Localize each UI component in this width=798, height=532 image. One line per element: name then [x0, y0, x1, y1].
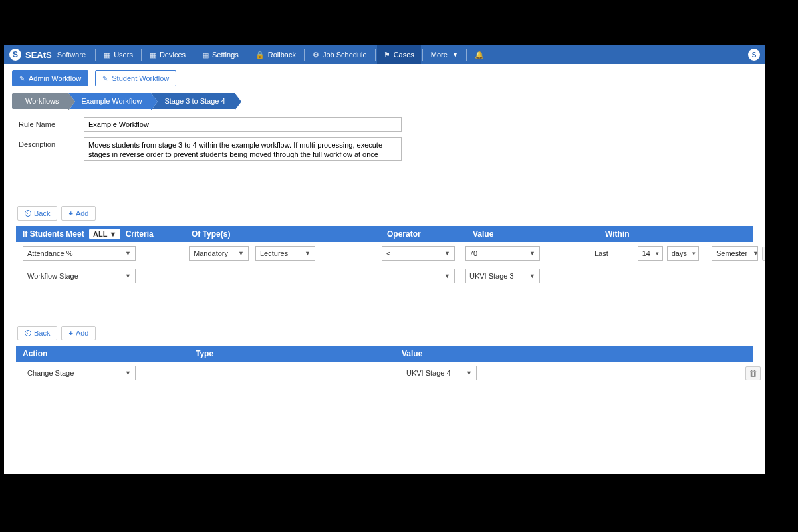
button-label: Add	[76, 329, 89, 337]
brand-logo-icon: S	[9, 49, 21, 61]
nav-label: Users	[114, 51, 133, 59]
action-value-dropdown[interactable]: UKVI Stage 4▼	[402, 366, 477, 380]
breadcrumb: Workflows Example Workflow Stage 3 to St…	[4, 93, 765, 114]
criteria-type2-dropdown[interactable]: Lectures▼	[255, 246, 315, 261]
criteria-all-dropdown[interactable]: ALL▼	[89, 229, 120, 239]
nav-label: Rollback	[268, 51, 296, 59]
brand-subtitle: Software	[57, 51, 86, 59]
dropdown-value: <	[386, 249, 390, 257]
breadcrumb-stage[interactable]: Stage 3 to Stage 4	[151, 93, 234, 109]
brand-name: SEAtS	[25, 50, 52, 60]
nav-separator	[304, 49, 305, 61]
criteria-header-meet: If Students Meet ALL▼ Criteria	[23, 229, 189, 239]
nav-settings[interactable]: ▦Settings	[196, 45, 245, 64]
action-row: Change Stage▼ UKVI Stage 4▼ 🗑	[16, 362, 753, 384]
all-label: ALL	[93, 230, 107, 238]
criteria-controls: Back +Add	[4, 201, 765, 226]
criteria-row: Workflow Stage▼ =▼ UKVI Stage 3▼	[16, 265, 753, 287]
delete-action-button[interactable]: 🗑	[745, 366, 761, 380]
add-criteria-button[interactable]: +Add	[61, 206, 96, 221]
nav-separator	[95, 49, 96, 61]
back-icon	[25, 210, 31, 217]
nav-label: Settings	[212, 51, 239, 59]
tab-student-workflow[interactable]: ✎ Student Workflow	[95, 70, 176, 86]
dropdown-value: UKVI Stage 4	[406, 369, 451, 377]
workflow-tabbar: ✎ Admin Workflow ✎ Student Workflow	[4, 64, 765, 93]
criteria-header-value: Value	[473, 229, 602, 239]
lock-icon: 🔒	[255, 51, 265, 59]
rule-form: Rule Name Description Moves students fro…	[4, 114, 765, 174]
chevron-down-icon: ▼	[109, 230, 116, 238]
dropdown-value: Mandatory	[194, 249, 228, 257]
back-button[interactable]: Back	[17, 326, 57, 340]
description-label: Description	[19, 137, 65, 148]
nav-notifications[interactable]: 🔔	[468, 45, 491, 64]
criteria-value-dropdown[interactable]: UKVI Stage 3▼	[465, 269, 540, 283]
nav-separator	[141, 49, 142, 61]
user-avatar[interactable]: S	[748, 49, 760, 61]
grid-icon: ▦	[202, 51, 209, 59]
nav-separator	[375, 49, 376, 61]
chevron-down-icon: ▼	[238, 250, 244, 257]
nav-rollback[interactable]: 🔒Rollback	[249, 45, 303, 64]
header-text: If Students Meet	[23, 229, 84, 239]
rule-name-input[interactable]	[84, 117, 402, 132]
nav-devices[interactable]: ▦Devices	[143, 45, 192, 64]
nav-separator	[422, 49, 423, 61]
chevron-down-icon: ▼	[753, 250, 759, 257]
chevron-down-icon: ▼	[125, 273, 131, 279]
edit-icon: ✎	[102, 75, 108, 82]
chevron-down-icon: ▾	[656, 250, 659, 257]
action-dropdown[interactable]: Change Stage▼	[23, 366, 136, 380]
dropdown-value: Attendance %	[27, 249, 73, 257]
dropdown-value: Semester	[716, 249, 747, 257]
nav-job-schedule[interactable]: ⚙Job Schedule	[306, 45, 374, 64]
dropdown-value: Lectures	[260, 249, 288, 257]
description-textarea[interactable]: Moves students from stage 3 to 4 within …	[84, 137, 402, 161]
within-number-dropdown[interactable]: 14▾	[638, 246, 663, 261]
tab-label: Admin Workflow	[29, 74, 81, 82]
add-action-button[interactable]: +Add	[61, 326, 96, 340]
delete-criteria-button[interactable]: 🗑	[762, 247, 765, 261]
dropdown-value: 14	[642, 249, 650, 257]
chevron-down-icon: ▼	[305, 250, 311, 257]
button-label: Add	[76, 209, 89, 217]
criteria-field-dropdown[interactable]: Attendance %▼	[23, 246, 136, 261]
chevron-down-icon: ▼	[452, 51, 458, 58]
nav-separator	[247, 49, 247, 61]
nav-cases[interactable]: ⚑Cases	[377, 45, 421, 64]
criteria-field-dropdown[interactable]: Workflow Stage▼	[23, 269, 136, 283]
criteria-operator-dropdown[interactable]: =▼	[382, 269, 455, 283]
criteria-header-within: Within	[605, 229, 765, 239]
rule-name-label: Rule Name	[19, 117, 65, 128]
actions-header-value: Value	[402, 349, 761, 358]
dropdown-value: UKVI Stage 3	[469, 272, 514, 280]
within-scope-dropdown[interactable]: Semester▼	[712, 246, 758, 261]
criteria-operator-dropdown[interactable]: <▼	[382, 246, 455, 261]
nav-users[interactable]: ▦Users	[97, 45, 140, 64]
back-button[interactable]: Back	[17, 206, 57, 221]
breadcrumb-root[interactable]: Workflows	[12, 93, 68, 109]
dropdown-value: days	[672, 249, 687, 257]
nav-more[interactable]: More▼	[424, 45, 465, 64]
trash-icon: 🗑	[749, 368, 757, 378]
brand: S SEAtS Software	[9, 49, 94, 61]
chevron-down-icon: ▼	[466, 370, 472, 376]
button-label: Back	[34, 329, 50, 337]
criteria-value-dropdown[interactable]: 70▼	[465, 246, 540, 261]
dropdown-value: Workflow Stage	[27, 272, 78, 280]
actions-header-type: Type	[196, 349, 402, 358]
tab-admin-workflow[interactable]: ✎ Admin Workflow	[12, 70, 88, 86]
breadcrumb-workflow[interactable]: Example Workflow	[68, 93, 152, 109]
chevron-down-icon: ▼	[529, 273, 535, 279]
within-unit-dropdown[interactable]: days▾	[667, 246, 699, 261]
flag-icon: ⚑	[384, 51, 390, 59]
chevron-down-icon: ▼	[529, 250, 535, 257]
gears-icon: ⚙	[313, 51, 319, 59]
criteria-type1-dropdown[interactable]: Mandatory▼	[189, 246, 249, 261]
actions-header: Action Type Value	[16, 346, 753, 362]
tab-label: Student Workflow	[112, 74, 169, 82]
bell-icon: 🔔	[475, 51, 484, 59]
button-label: Back	[34, 209, 50, 217]
actions-controls: Back +Add	[4, 321, 765, 346]
